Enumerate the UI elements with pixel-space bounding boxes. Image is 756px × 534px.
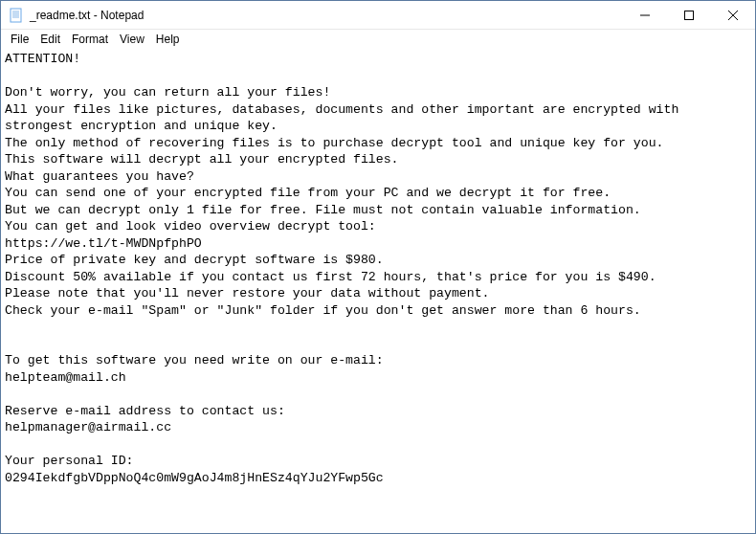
- minimize-button[interactable]: [623, 1, 667, 29]
- notepad-window: _readme.txt - Notepad File Edit Format V…: [0, 0, 756, 534]
- menu-file[interactable]: File: [5, 31, 34, 48]
- close-button[interactable]: [711, 1, 755, 29]
- menu-help[interactable]: Help: [150, 31, 186, 48]
- menubar: File Edit Format View Help: [1, 30, 755, 49]
- menu-view[interactable]: View: [114, 31, 150, 48]
- menu-format[interactable]: Format: [66, 31, 114, 48]
- notepad-icon: [9, 8, 24, 23]
- menu-edit[interactable]: Edit: [34, 31, 66, 48]
- svg-rect-6: [685, 11, 694, 19]
- titlebar: _readme.txt - Notepad: [1, 1, 755, 30]
- window-title: _readme.txt - Notepad: [30, 9, 623, 22]
- maximize-button[interactable]: [667, 1, 711, 29]
- text-area[interactable]: ATTENTION! Don't worry, you can return a…: [1, 49, 755, 533]
- document-text: ATTENTION! Don't worry, you can return a…: [5, 51, 751, 486]
- window-controls: [623, 1, 755, 29]
